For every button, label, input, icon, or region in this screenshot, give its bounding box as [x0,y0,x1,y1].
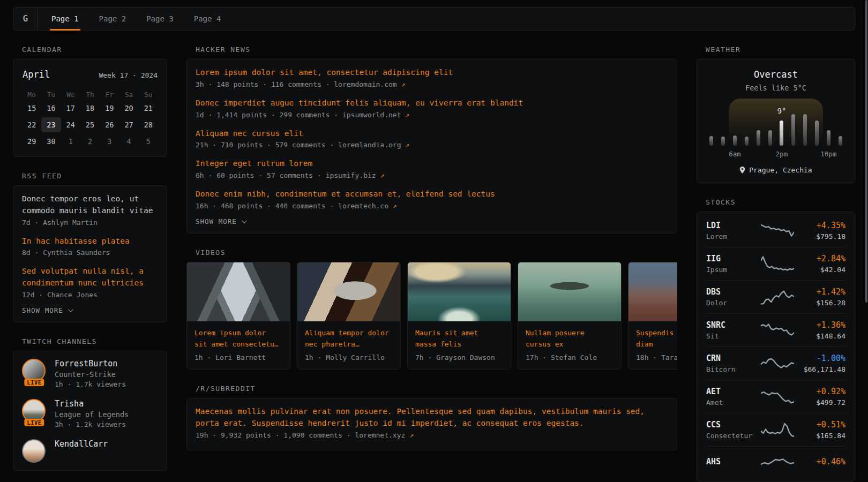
calendar-weekday: Fr [100,87,119,100]
stock-change: +0.92% [799,387,845,396]
page-tab[interactable]: Page 4 [187,7,228,30]
video-card[interactable]: Mauris sit amet massa felis 7h · Grayson… [407,262,511,370]
twitch-channel-row[interactable]: LIVE Trisha League of Legends 3h · 1.2k … [22,399,158,428]
stocks-section-label: STOCKS [706,198,855,206]
external-link-icon[interactable]: ↗ [380,171,384,179]
stock-price: $66,171.48 [799,365,845,373]
external-link-icon[interactable]: ↗ [405,141,409,149]
stock-row[interactable]: CCS Consectetur +0.51% $165.84 [706,413,846,446]
hackernews-item-title[interactable]: Aliquam nec cursus elit [196,128,668,140]
hackernews-item: Lorem ipsum dolor sit amet, consectetur … [196,67,668,88]
video-title[interactable]: Mauris sit amet massa felis [408,321,511,350]
rss-show-more-button[interactable]: SHOW MORE [22,306,158,314]
calendar-weekday: We [61,87,80,100]
stock-sparkline [761,254,794,274]
twitch-channel-name[interactable]: ForrestBurton [55,359,126,368]
stock-symbol: CRN [706,353,755,363]
stock-row[interactable]: DBS Dolor +1.42% $156.28 [706,280,846,313]
stock-row[interactable]: CRN Bitcorn -1.00% $66,171.48 [706,347,846,380]
video-thumbnail[interactable] [187,262,290,321]
calendar-section-label: CALENDAR [22,46,167,54]
rss-item-title[interactable]: Donec tempor eros leo, ut commodo mauris… [22,193,158,217]
twitch-channel-row[interactable]: KendallCarr [22,439,158,463]
page-tab[interactable]: Page 3 [139,7,181,30]
external-link-icon[interactable]: ↗ [393,202,397,210]
weather-hour-label-cell [717,146,729,157]
calendar-day-cell: 4 [119,134,138,149]
external-link-icon[interactable]: ↗ [401,80,406,88]
external-link-icon[interactable]: ↗ [409,431,414,439]
hackernews-show-more-button[interactable]: SHOW MORE [196,217,668,225]
stock-row[interactable]: AET Amet +0.92% $499.72 [706,380,846,413]
rss-item-meta: 12d · Chance Jones [22,291,158,299]
stock-row[interactable]: LDI Lorem +4.35% $795.18 [706,214,846,247]
calendar-day-cell: 17 [61,101,80,116]
page-scrollbar[interactable] [865,0,867,482]
weather-hour-labels: 6am 2pm [706,146,846,157]
rss-item-meta: 8d · Cynthia Saunders [22,248,158,257]
calendar-day-cell: 30 [41,134,61,149]
weather-hour-bar [803,114,807,146]
twitch-channel-info: KendallCarr [55,439,108,450]
video-title[interactable]: Lorem ipsum dolor sit amet consectetu… [187,321,290,350]
twitch-channel-category: League of Legends [55,410,129,419]
twitch-avatar-wrap [22,439,47,463]
hackernews-item-meta: 3h · 148 points · 116 comments · loremdo… [196,80,668,88]
video-thumbnail[interactable] [297,262,400,321]
video-thumbnail[interactable] [408,262,511,321]
twitch-avatar-wrap: LIVE [22,359,47,382]
hackernews-item-title[interactable]: Donec enim nibh, condimentum et accumsan… [196,189,668,200]
video-title[interactable]: Aliquam tempor dolor nec pharetra… [297,321,400,350]
page-tab[interactable]: Page 1 [44,7,86,30]
stock-name: Consectetur [706,432,755,440]
stock-change: +2.84% [799,254,845,263]
reddit-post-title[interactable]: Maecenas mollis pulvinar erat non posuer… [196,406,668,430]
twitch-channel-name[interactable]: Trisha [55,399,129,409]
video-meta: 7h · Grayson Dawson [408,350,511,369]
stock-name: Ipsum [706,266,755,274]
stock-row[interactable]: IIG Ipsum +2.84% $42.04 [706,247,846,280]
weather-hour-label-cell: 6am [729,146,741,157]
hackernews-item-title[interactable]: Donec imperdiet augue tincidunt felis al… [196,97,668,109]
stock-numbers: +0.46% [799,457,845,469]
weather-hour-bar [791,114,795,146]
external-link-icon[interactable]: ↗ [405,111,409,119]
calendar-day-cell: 18 [80,101,100,116]
stock-sparkline [761,387,794,406]
video-meta: 17h · Stefan Cole [518,350,621,369]
hackernews-item-meta: 6h · 60 points · 57 comments · ipsumify.… [196,171,668,179]
stock-identity: CCS Consectetur [706,420,755,440]
stock-row[interactable]: SNRC Sit +1.36% $148.64 [706,313,846,347]
video-title[interactable]: Suspendis diam [628,321,677,350]
stock-numbers: +1.36% $148.64 [799,320,845,340]
stock-sparkline [761,321,794,340]
reddit-section-label: /R/SUBREDDIT [196,385,677,393]
stock-symbol: DBS [706,287,755,297]
weather-bar-column [788,114,799,146]
twitch-channel-name[interactable]: KendallCarr [55,439,108,449]
app-logo[interactable]: G [13,7,38,30]
video-title[interactable]: Nullam posuere cursus ex [518,321,621,350]
hackernews-item-meta-text: 1d · 1,414 points · 299 comments · ipsum… [196,111,401,119]
hackernews-item-title[interactable]: Lorem ipsum dolor sit amet, consectetur … [196,67,668,79]
twitch-channel-row[interactable]: LIVE ForrestBurton Counter-Strike 1h · 1… [22,359,158,388]
video-card[interactable]: Nullam posuere cursus ex 17h · Stefan Co… [518,262,622,370]
video-card[interactable]: Suspendis diam 18h · Tara [628,262,677,370]
video-thumbnail[interactable] [628,262,677,321]
video-card[interactable]: Aliquam tempor dolor nec pharetra… 1h · … [297,262,401,370]
rss-item-title[interactable]: Sed volutpat nulla nisl, a condimentum n… [22,266,158,289]
weather-hour-label-cell [834,146,846,157]
twitch-channel-info: Trisha League of Legends 3h · 1.2k viewe… [55,399,129,428]
rss-item-title[interactable]: In hac habitasse platea [22,236,158,247]
stock-row[interactable]: AHS +0.46% [706,446,846,479]
page-tab[interactable]: Page 2 [92,7,133,30]
video-card[interactable]: Lorem ipsum dolor sit amet consectetu… 1… [186,262,290,370]
weather-hour-bar [815,120,819,146]
calendar-week-year: Week 17 · 2024 [99,71,158,79]
weather-bar-column [776,114,788,146]
weather-hour-label-cell [799,146,811,157]
scrollbar-thumb[interactable] [865,0,867,303]
hackernews-item-title[interactable]: Integer eget rutrum lorem [196,158,668,170]
video-thumbnail[interactable] [518,262,621,321]
calendar-weekday-row: MoTuWeThFrSaSu [22,87,158,100]
